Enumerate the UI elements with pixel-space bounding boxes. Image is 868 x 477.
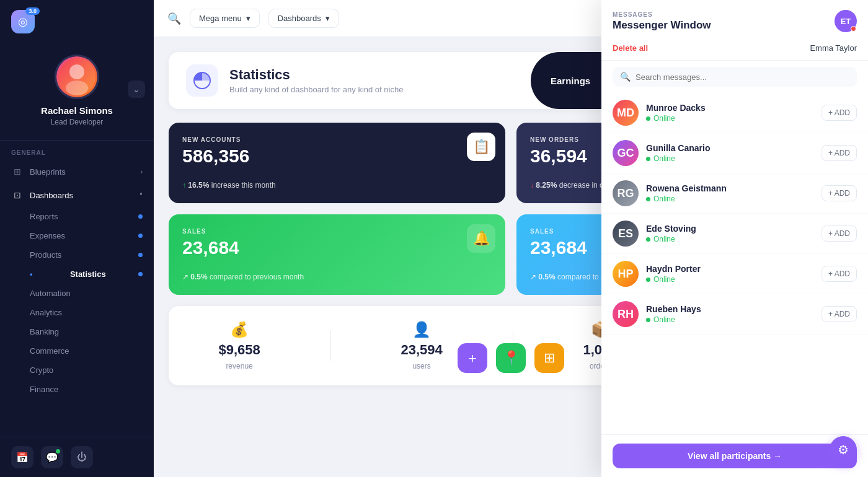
messenger-search: 🔍: [613, 67, 857, 87]
status-dot: [646, 116, 650, 121]
svg-point-1: [69, 64, 84, 79]
contact-item[interactable]: HP Haydn Porter Online + ADD: [601, 254, 868, 294]
mega-menu-button[interactable]: Mega menu ▾: [190, 9, 260, 28]
contact-status: Online: [646, 154, 822, 163]
add-contact-button[interactable]: + ADD: [822, 225, 857, 242]
stats-title: Statistics: [229, 67, 403, 83]
sub-item-label: Crypto: [30, 365, 53, 375]
contact-item[interactable]: GC Gunilla Canario Online + ADD: [601, 133, 868, 173]
contact-status: Online: [646, 195, 822, 203]
status-dot: [646, 237, 650, 242]
contact-avatar: RH: [613, 301, 639, 327]
add-contact-button[interactable]: + ADD: [822, 306, 857, 322]
stats-text: Statistics Build any kind of dashboard f…: [229, 67, 403, 94]
add-contact-button[interactable]: + ADD: [822, 266, 857, 282]
contact-info: Rowena Geistmann Online: [646, 183, 822, 203]
sub-item-label: Commerce: [30, 346, 69, 356]
trend-arrow: ↑: [182, 181, 186, 190]
sidebar-item-banking[interactable]: Banking: [0, 322, 154, 341]
contact-name: Ede Stoving: [646, 224, 822, 234]
sidebar-item-products[interactable]: Products: [0, 245, 154, 265]
dot-indicator: [138, 272, 143, 276]
contact-avatar: HP: [613, 261, 639, 287]
chat-button[interactable]: 💬: [41, 446, 63, 468]
search-icon: 🔍: [620, 72, 631, 82]
contact-status: Online: [646, 114, 822, 123]
view-all-participants-button[interactable]: View all participants →: [613, 444, 857, 468]
sidebar-item-automation[interactable]: Automation: [0, 284, 154, 303]
messenger-footer: View all participants →: [601, 434, 868, 477]
sidebar-item-crypto[interactable]: Crypto: [0, 361, 154, 380]
add-contact-button[interactable]: + ADD: [822, 145, 857, 161]
contact-name: Gunilla Canario: [646, 143, 822, 153]
sidebar-bottom: 📅 💬 ⏻: [0, 437, 154, 477]
stats-page-icon: [186, 64, 218, 97]
sidebar-item-expenses[interactable]: Expenses: [0, 226, 154, 245]
sidebar-item-finance[interactable]: Finance: [0, 380, 154, 399]
contact-status: Online: [646, 235, 822, 243]
messenger-header-top: MESSAGES Messenger Window ET: [613, 10, 857, 32]
profile-toggle-button[interactable]: ⌄: [128, 81, 145, 98]
delete-all-button[interactable]: Delete all: [613, 43, 648, 53]
sidebar-item-statistics[interactable]: Statistics: [0, 265, 154, 284]
card-sub: ↑ 16.5% increase this month: [182, 181, 492, 190]
messenger-overlay: MESSAGES Messenger Window ET Delete all …: [601, 0, 868, 477]
messenger-title: Messenger Window: [613, 19, 711, 32]
dot-indicator: [138, 253, 143, 257]
sub-item-label: Banking: [30, 327, 59, 336]
revenue-icon: 💰: [230, 321, 249, 338]
sidebar-item-reports[interactable]: Reports: [0, 207, 154, 226]
search-messages-input[interactable]: [636, 72, 849, 82]
sub-item-label: Products: [30, 250, 61, 260]
sidebar-item-blueprints[interactable]: ⊞ Blueprints ›: [0, 160, 154, 183]
settings-fab-button[interactable]: ⚙: [830, 436, 857, 463]
add-action-button[interactable]: ＋: [458, 343, 487, 373]
contact-item[interactable]: ES Ede Stoving Online + ADD: [601, 214, 868, 254]
status-dot: [646, 278, 650, 282]
chevron-up-icon: ˄: [140, 192, 143, 199]
dashboards-button[interactable]: Dashboards ▾: [268, 9, 339, 28]
general-section-label: GENERAL: [0, 141, 154, 160]
new-accounts-card: 📋 NEW ACCOUNTS 586,356 ↑ 16.5% increase …: [169, 123, 505, 203]
avatar-placeholder: [56, 56, 97, 97]
location-action-button[interactable]: 📍: [496, 343, 526, 373]
sub-item-label: Automation: [30, 289, 71, 298]
sidebar-item-label: Blueprints: [30, 167, 66, 177]
contact-item[interactable]: MD Munroe Dacks Online + ADD: [601, 93, 868, 133]
sidebar-item-dashboards[interactable]: ⊡ Dashboards ˄: [0, 183, 154, 207]
status-dot: [646, 318, 650, 322]
add-contact-button[interactable]: + ADD: [822, 185, 857, 201]
sidebar-profile: ⌄ Rachael Simons Lead Developer: [0, 43, 154, 141]
power-button[interactable]: ⏻: [71, 446, 93, 468]
add-contact-button[interactable]: + ADD: [822, 105, 857, 121]
card-value: 23,684: [182, 239, 492, 257]
search-button[interactable]: 🔍: [167, 12, 181, 25]
card-sub: ↗ 0.5% compared to previous month: [182, 273, 492, 281]
stat-divider: [330, 330, 331, 361]
sidebar-item-commerce[interactable]: Commerce: [0, 341, 154, 361]
users-stat: 👤 23,594 users: [401, 321, 442, 370]
revenue-stat: 💰 $9,658 revenue: [218, 321, 260, 370]
contact-info: Rueben Hays Online: [646, 304, 822, 324]
sub-item-label: Statistics: [70, 269, 106, 279]
contact-name: Rueben Hays: [646, 304, 822, 314]
revenue-label: revenue: [226, 362, 252, 370]
status-dot: [646, 197, 650, 201]
contact-avatar: MD: [613, 100, 639, 126]
calendar-button[interactable]: 📅: [11, 446, 33, 468]
contact-info: Gunilla Canario Online: [646, 143, 822, 163]
profile-name: Rachael Simons: [41, 105, 113, 116]
et-badge[interactable]: ET: [835, 10, 857, 32]
sidebar-item-analytics[interactable]: Analytics: [0, 303, 154, 322]
sales-green-card: 🔔 SALES 23,684 ↗ 0.5% compared to previo…: [169, 214, 505, 295]
sub-item-label: Expenses: [30, 231, 65, 240]
contact-item[interactable]: RH Rueben Hays Online + ADD: [601, 294, 868, 335]
grid-action-button[interactable]: ⊞: [534, 343, 564, 373]
contact-status: Online: [646, 315, 822, 324]
contact-name: Haydn Porter: [646, 264, 822, 274]
card-label: NEW ACCOUNTS: [182, 136, 492, 143]
users-icon: 👤: [412, 321, 431, 338]
profile-role: Lead Developer: [51, 118, 104, 126]
contact-item[interactable]: RG Rowena Geistmann Online + ADD: [601, 173, 868, 214]
contact-list: MD Munroe Dacks Online + ADD GC Gunilla …: [601, 93, 868, 434]
